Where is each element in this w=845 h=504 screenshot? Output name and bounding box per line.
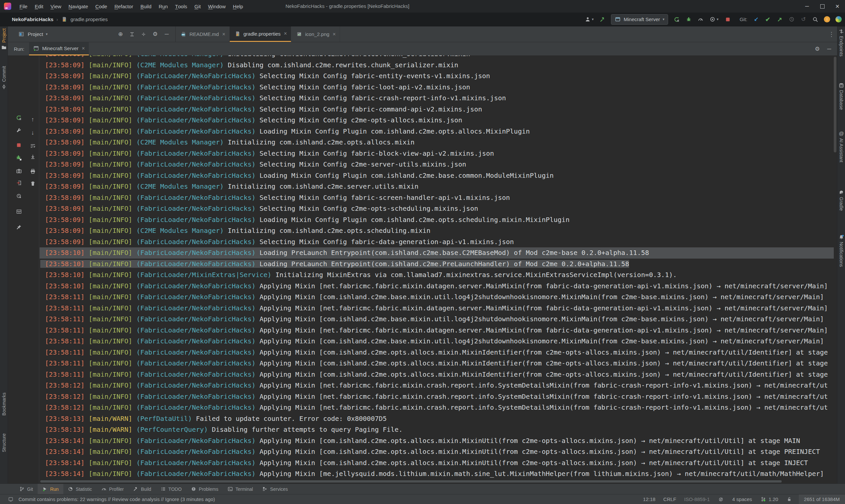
toolwindow-button-problems[interactable]: Problems — [186, 484, 223, 494]
menu-view[interactable]: View — [47, 0, 65, 13]
indent-setting[interactable]: 4 spaces — [732, 497, 752, 502]
git-push-button[interactable]: ↗ — [776, 16, 783, 23]
menu-edit[interactable]: Edit — [31, 0, 47, 13]
settings-gear-icon[interactable]: ⚙ — [152, 31, 158, 38]
toolwindow-button-project[interactable]: Project — [0, 29, 8, 51]
soft-wrap-icon[interactable] — [29, 143, 36, 149]
menu-help[interactable]: Help — [229, 0, 247, 13]
toolwindow-button-ai-assistant[interactable]: @AI Assistant — [838, 131, 845, 162]
tab-icon_2.png[interactable]: icon_2.png× — [291, 26, 340, 42]
minimize-icon[interactable]: ─ — [799, 0, 815, 13]
hide-panel-icon[interactable]: ─ — [826, 46, 832, 52]
clear-console-icon[interactable] — [29, 180, 36, 187]
run-button[interactable] — [673, 16, 680, 23]
console-output[interactable]: [23:58:09] [main/INFO] (C2ME Modules Man… — [40, 55, 834, 480]
git-branch-widget[interactable]: 1.20 — [760, 496, 778, 503]
caret-position[interactable]: 12:18 — [643, 497, 655, 502]
rerun-icon[interactable] — [16, 114, 22, 121]
project-view-label[interactable]: Project — [28, 31, 43, 37]
history-button[interactable] — [788, 16, 795, 23]
settings-gear-icon[interactable]: ⚙ — [814, 46, 821, 52]
close-icon[interactable]: × — [222, 31, 225, 37]
toolwindow-button-statistic[interactable]: Statistic — [64, 484, 97, 494]
toolwindow-button-commit[interactable]: Commit — [0, 66, 8, 89]
close-icon[interactable]: × — [82, 46, 85, 52]
toolwindow-button-notifications[interactable]: Notifications — [838, 234, 845, 267]
toolwindow-button-gradle[interactable]: Gradle — [838, 189, 845, 211]
search-everywhere-button[interactable] — [812, 16, 818, 23]
restore-layout-icon[interactable] — [16, 208, 22, 215]
close-icon[interactable]: × — [333, 31, 336, 37]
toolwindow-button-structure[interactable]: Structure — [0, 433, 8, 452]
run-console-tab[interactable]: Minecraft Server × — [29, 42, 89, 55]
toolwindow-button-terminal[interactable]: Terminal — [223, 484, 258, 494]
toolwindow-button-profiler[interactable]: Profiler — [97, 484, 128, 494]
ide-update-icon[interactable]: ↑ — [824, 16, 830, 22]
toolwindow-button-endpoints[interactable]: Endpoints — [838, 29, 845, 56]
tab-gradle.properties[interactable]: gradle.properties× — [230, 26, 292, 42]
hide-panel-icon[interactable]: ─ — [163, 31, 170, 38]
tab-README.md[interactable]: MDREADME.md× — [176, 26, 230, 42]
toolwindow-button-todo[interactable]: TODO — [156, 484, 186, 494]
file-encoding[interactable]: ISO-8859-1 — [684, 497, 710, 502]
highlighting-level-icon[interactable] — [718, 496, 724, 503]
close-window-icon[interactable]: ✕ — [830, 0, 845, 13]
toolwindow-button-build[interactable]: Build — [128, 484, 156, 494]
playgreen-icon — [42, 487, 48, 492]
exit-icon[interactable] — [16, 179, 22, 186]
build-project-button[interactable] — [599, 16, 606, 23]
pin-tab-icon[interactable] — [16, 223, 22, 230]
toolwindow-button-services[interactable]: Services — [258, 484, 293, 494]
git-commit-button[interactable]: ✔ — [764, 16, 771, 23]
next-occurrence-icon[interactable]: ↓ — [29, 129, 36, 136]
stop-icon[interactable] — [16, 142, 22, 148]
git-update-project-button[interactable] — [753, 16, 759, 23]
attach-debugger-icon[interactable] — [16, 155, 22, 161]
status-message[interactable]: Commit contains problems: 22 warnings //… — [18, 497, 215, 502]
chevron-down-icon[interactable]: ▾ — [46, 32, 48, 36]
locate-file-icon[interactable]: ⊕ — [117, 31, 124, 38]
menu-run[interactable]: Run — [155, 0, 172, 13]
menu-code[interactable]: Code — [92, 0, 111, 13]
log-line: [23:58:11] [main/INFO] (FabricLoader/Nek… — [40, 358, 834, 369]
debug-button[interactable] — [685, 16, 692, 23]
menu-git[interactable]: Git — [191, 0, 204, 13]
breadcrumb-file[interactable]: gradle.properties — [71, 17, 108, 22]
profile-cpu-icon[interactable] — [16, 193, 22, 199]
horizontal-scrollbar[interactable] — [40, 480, 781, 483]
vertical-scrollbar[interactable] — [834, 57, 837, 152]
previous-occurrence-icon[interactable]: ↑ — [29, 116, 36, 123]
close-icon[interactable]: × — [284, 31, 287, 37]
memory-indicator[interactable]: 2651 of 16384M — [799, 494, 845, 504]
log-line: [23:58:11] [main/INFO] (FabricLoader/Nek… — [40, 314, 834, 325]
stop-button[interactable] — [724, 16, 731, 23]
toolwindow-button-run[interactable]: Run — [38, 484, 64, 494]
toolwindow-button-bookmarks[interactable]: Bookmarks — [0, 393, 8, 416]
run-configuration-select[interactable]: Minecraft Server ▾ — [611, 14, 668, 25]
line-ending[interactable]: CRLF — [664, 497, 676, 502]
collapse-all-icon[interactable] — [140, 31, 147, 38]
menu-refactor[interactable]: Refactor — [111, 0, 137, 13]
menu-window[interactable]: Window — [204, 0, 229, 13]
expand-all-icon[interactable] — [129, 31, 135, 38]
rollback-button[interactable]: ↺ — [800, 16, 807, 23]
profiler-button[interactable] — [697, 16, 704, 23]
user-account-button[interactable]: ▾ — [584, 16, 594, 23]
event-log-icon[interactable] — [7, 496, 14, 503]
modify-run-configuration-icon[interactable] — [16, 127, 22, 133]
run-with-coverage-button[interactable]: ▾ — [709, 16, 719, 23]
read-only-lock-icon[interactable] — [786, 496, 793, 503]
menu-navigate[interactable]: Navigate — [65, 0, 92, 13]
toolwindow-button-git[interactable]: Git — [15, 484, 38, 494]
settings-sync-icon[interactable] — [835, 16, 842, 22]
scroll-to-end-icon[interactable] — [29, 154, 36, 160]
more-tabs-icon[interactable]: ⋮ — [828, 31, 837, 38]
menu-tools[interactable]: Tools — [171, 0, 191, 13]
menu-file[interactable]: File — [16, 0, 31, 13]
maximize-icon[interactable] — [815, 0, 830, 13]
thread-dump-icon[interactable] — [16, 167, 22, 174]
print-icon[interactable] — [29, 168, 36, 175]
breadcrumb-project[interactable]: NekoFabricHacks — [12, 17, 53, 22]
toolwindow-button-database[interactable]: Database — [838, 83, 845, 110]
menu-build[interactable]: Build — [137, 0, 155, 13]
